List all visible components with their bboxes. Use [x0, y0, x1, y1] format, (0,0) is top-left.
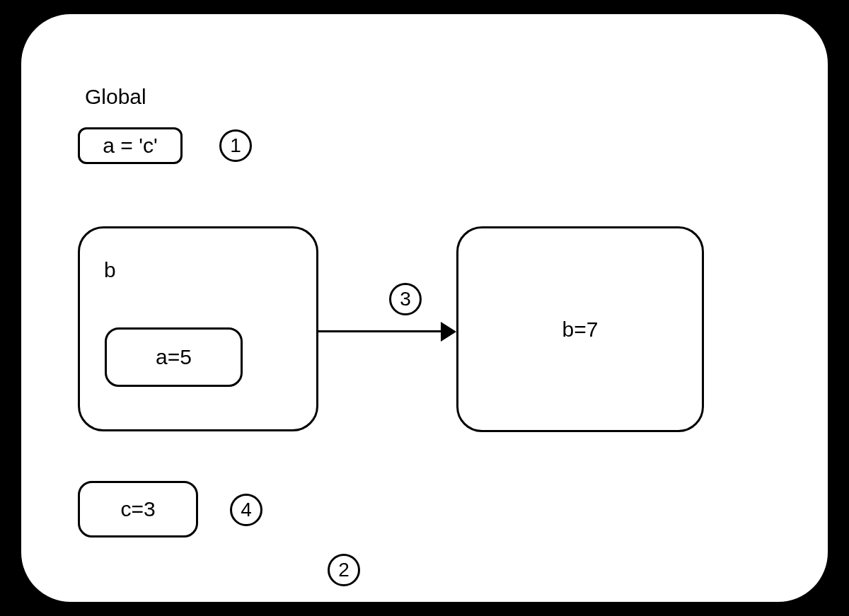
variable-box-a-local: a=5 — [105, 327, 243, 387]
local-scope-b-label: b — [104, 258, 116, 282]
variable-box-a-global: a = 'c' — [78, 127, 183, 164]
step-marker-2: 2 — [328, 554, 360, 586]
global-scope-label: Global — [85, 85, 146, 109]
arrow-head-icon — [441, 322, 456, 342]
diagram-canvas: Global a = 'c' 1 b a=5 2 3 b=7 c=3 4 — [21, 14, 828, 602]
arrow-shaft — [318, 330, 442, 332]
step-marker-3: 3 — [389, 283, 422, 315]
variable-box-c3: c=3 — [78, 481, 198, 537]
local-scope-b: b a=5 2 — [78, 226, 318, 431]
variable-box-b7: b=7 — [456, 226, 704, 432]
step-marker-1: 1 — [219, 129, 252, 162]
step-marker-4: 4 — [230, 494, 262, 526]
